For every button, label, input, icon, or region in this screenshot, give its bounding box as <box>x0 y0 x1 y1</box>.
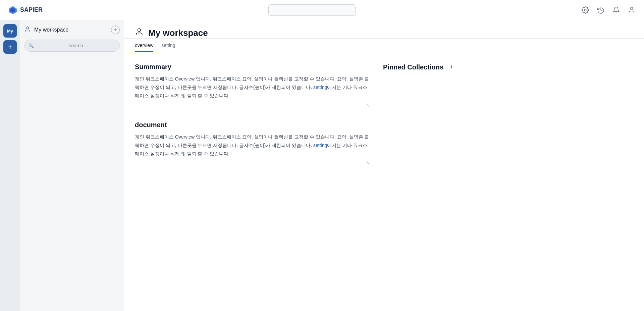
user-icon[interactable] <box>627 6 636 14</box>
svg-point-4 <box>26 27 29 29</box>
logo-text: SAPIER <box>20 6 43 13</box>
main-layout: My + My workspace + 🔍 <box>0 20 644 311</box>
summary-resize-handle: ⤡ <box>135 100 370 108</box>
workspace-row: My workspace + <box>24 25 120 34</box>
content-area: My workspace overview setting Summmary 개… <box>124 20 644 311</box>
document-setting-link[interactable]: setting <box>313 143 327 148</box>
bell-icon[interactable] <box>612 6 621 14</box>
svg-point-3 <box>630 7 633 9</box>
topnav: SAPIER <box>0 0 644 20</box>
tab-overview[interactable]: overview <box>135 39 153 52</box>
tabs-row: overview setting <box>124 39 644 52</box>
sidebar-strip: My + <box>0 20 20 311</box>
document-title: document <box>135 121 370 129</box>
pinned-header: Pinned Collections + <box>383 63 497 71</box>
topnav-actions <box>581 6 636 14</box>
workspace-name-label: My workspace <box>34 27 108 33</box>
summary-section: Summmary 개인 워크스페이스 Overview 입니다. 워크스페이스 … <box>135 63 370 108</box>
sidebar-panel: My workspace + 🔍 <box>20 20 124 311</box>
pinned-add-button[interactable]: + <box>447 63 455 71</box>
logo: SAPIER <box>8 5 43 15</box>
page-header-icon <box>135 28 144 38</box>
topnav-search-input[interactable] <box>268 4 356 16</box>
workspace-add-button[interactable]: + <box>111 25 120 34</box>
pinned-collections-panel: Pinned Collections + <box>383 63 497 179</box>
workspace-person-icon <box>24 26 31 34</box>
sidebar-search-bar[interactable]: 🔍 <box>24 40 120 52</box>
document-body[interactable]: 개인 워크스페이스 Overview 입니다. 워크스페이스 요약, 설명이나 … <box>135 133 370 158</box>
content-left: Summmary 개인 워크스페이스 Overview 입니다. 워크스페이스 … <box>135 63 370 179</box>
sidebar-search-input[interactable] <box>37 43 115 48</box>
search-icon: 🔍 <box>29 43 34 48</box>
document-section: document 개인 워크스페이스 Overview 입니다. 워크스페이스 … <box>135 121 370 166</box>
topnav-search[interactable] <box>268 4 356 16</box>
page-title: My workspace <box>148 28 208 38</box>
history-icon[interactable] <box>596 6 605 14</box>
svg-point-5 <box>138 29 141 32</box>
document-resize-handle: ⤡ <box>135 158 370 165</box>
logo-icon <box>8 5 17 15</box>
pinned-title: Pinned Collections <box>383 63 443 71</box>
summary-setting-link[interactable]: setting <box>313 85 327 90</box>
settings-icon[interactable] <box>581 6 590 14</box>
summary-body[interactable]: 개인 워크스페이스 Overview 입니다. 워크스페이스 요약, 설명이나 … <box>135 75 370 100</box>
page-body: Summmary 개인 워크스페이스 Overview 입니다. 워크스페이스 … <box>124 52 644 190</box>
summary-title: Summmary <box>135 63 370 71</box>
tab-setting[interactable]: setting <box>161 39 175 52</box>
add-workspace-button[interactable]: + <box>3 40 17 54</box>
page-header: My workspace <box>124 20 644 39</box>
svg-point-2 <box>584 9 586 11</box>
my-workspace-button[interactable]: My <box>3 24 17 38</box>
